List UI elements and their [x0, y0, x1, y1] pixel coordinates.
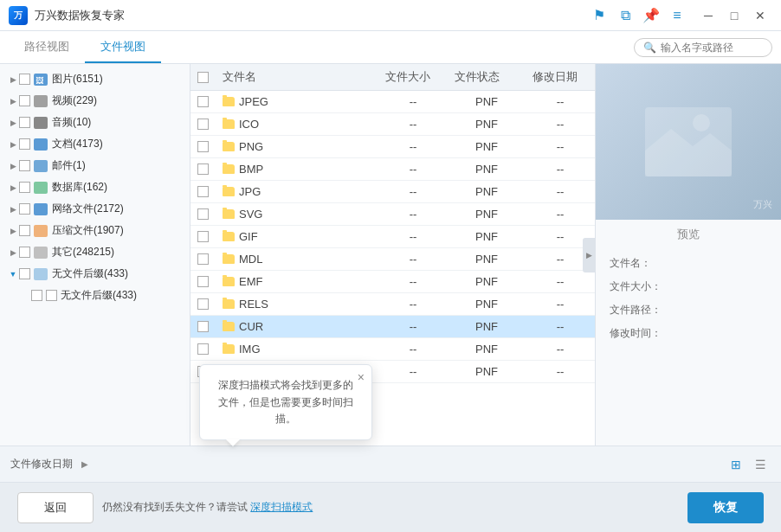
row-checkbox-1[interactable]: [197, 119, 209, 130]
row-checkbox-2[interactable]: [197, 141, 209, 152]
row-status-0: PNF: [448, 91, 526, 113]
maximize-button[interactable]: □: [722, 3, 746, 28]
sidebar-label-noext: 无文件后缀(433): [52, 266, 128, 281]
sidebar-label-image: 图片(6151): [52, 72, 103, 87]
table-row[interactable]: JPEG -- PNF --: [190, 91, 595, 113]
table-row[interactable]: RELS -- PNF --: [190, 293, 595, 316]
info-row-filesize: 文件大小：: [610, 279, 767, 294]
expand-arrow-noext: ▼: [7, 268, 19, 280]
folder-icon-7: [223, 254, 235, 264]
sidebar-item-database[interactable]: ▶ 数据库(162): [0, 176, 190, 198]
search-input[interactable]: [661, 42, 763, 54]
table-row[interactable]: IMG -- PNF --: [190, 338, 595, 361]
minimize-button[interactable]: ─: [696, 3, 720, 28]
noext-icon: [34, 268, 48, 280]
sidebar-item-mail[interactable]: ▶ 邮件(1): [0, 155, 190, 176]
svg-text:🖼: 🖼: [36, 76, 43, 85]
bookmark-icon[interactable]: ⚑: [589, 5, 610, 26]
folder-icon-3: [223, 164, 235, 174]
header-checkbox[interactable]: [197, 72, 209, 83]
row-status-4: PNF: [448, 181, 526, 203]
folder-icon-10: [223, 322, 235, 331]
row-checkbox-7[interactable]: [197, 253, 209, 265]
table-row[interactable]: JPG -- PNF --: [190, 181, 595, 203]
sidebar-item-archive[interactable]: ▶ 压缩文件(1907): [0, 220, 190, 241]
checkbox-web[interactable]: [19, 203, 30, 215]
sidebar-item-video[interactable]: ▶ 视频(229): [0, 90, 190, 112]
info-modtime-label: 修改时间：: [610, 326, 662, 341]
title-bar-icons: ⚑ ⧉ 📌 ≡: [589, 5, 687, 26]
sidebar-label-archive: 压缩文件(1907): [52, 223, 124, 238]
checkbox-subitem-noext2[interactable]: [46, 290, 57, 301]
back-button[interactable]: 返回: [17, 492, 94, 523]
row-checkbox-9[interactable]: [197, 298, 209, 310]
table-row[interactable]: BMP -- PNF --: [190, 158, 595, 181]
checkbox-image[interactable]: [19, 74, 30, 85]
app-title: 万兴数据恢复专家: [35, 8, 589, 23]
tooltip-close-button[interactable]: ×: [358, 370, 365, 384]
checkbox-subitem-noext[interactable]: [31, 290, 42, 301]
row-checkbox-5[interactable]: [197, 208, 209, 220]
checkbox-audio[interactable]: [19, 117, 30, 128]
title-bar: 万 万兴数据恢复专家 ⚑ ⧉ 📌 ≡ ─ □ ✕: [0, 0, 781, 31]
tab-file-view[interactable]: 文件视图: [85, 32, 161, 63]
checkbox-database[interactable]: [19, 182, 30, 193]
info-filepath-label: 文件路径：: [610, 303, 662, 317]
pin-icon[interactable]: 📌: [641, 5, 662, 26]
recover-button[interactable]: 恢复: [687, 492, 764, 523]
svg-rect-5: [34, 160, 48, 172]
row-checkbox-4[interactable]: [197, 186, 209, 197]
sidebar-item-audio[interactable]: ▶ 音频(10): [0, 112, 190, 133]
filter-arrow[interactable]: ▶: [81, 459, 88, 469]
preview-info: 文件名： 文件大小： 文件路径： 修改时间：: [596, 249, 781, 356]
table-row[interactable]: SVG -- PNF --: [190, 203, 595, 226]
table-row[interactable]: ICO -- PNF --: [190, 113, 595, 136]
folder-icon-4: [223, 187, 235, 196]
menu-icon[interactable]: ≡: [667, 5, 687, 26]
svg-rect-4: [34, 138, 48, 151]
close-button[interactable]: ✕: [748, 3, 772, 28]
checkbox-other[interactable]: [19, 247, 30, 258]
row-name-6: GIF: [239, 230, 258, 243]
row-size-3: --: [378, 158, 448, 181]
row-checkbox-8[interactable]: [197, 276, 209, 287]
checkbox-archive[interactable]: [19, 225, 30, 236]
preview-panel: 万兴 预览 文件名： 文件大小： 文件路径： 修改时间：: [595, 64, 781, 445]
tab-path-view[interactable]: 路径视图: [9, 32, 85, 63]
list-view-button[interactable]: ☰: [750, 454, 771, 475]
table-row[interactable]: GIF -- PNF --: [190, 226, 595, 248]
row-checkbox-6[interactable]: [197, 231, 209, 242]
folder-icon-11: [223, 344, 235, 354]
sidebar-subitem-noext[interactable]: 无文件后缀(433): [0, 285, 190, 306]
row-size-10: --: [378, 316, 448, 338]
checkbox-mail[interactable]: [19, 160, 30, 171]
sidebar-item-other[interactable]: ▶ 其它(248215): [0, 241, 190, 263]
row-checkbox-3[interactable]: [197, 163, 209, 175]
sidebar-item-document[interactable]: ▶ 文档(4173): [0, 133, 190, 155]
table-row[interactable]: PNG -- PNF --: [190, 136, 595, 158]
row-checkbox-0[interactable]: [197, 96, 209, 107]
row-status-3: PNF: [448, 158, 526, 181]
sidebar-item-web[interactable]: ▶ 网络文件(2172): [0, 198, 190, 220]
sidebar-item-image[interactable]: ▶ 🖼 图片(6151): [0, 68, 190, 90]
info-row-filepath: 文件路径：: [610, 303, 767, 317]
table-row[interactable]: MDL -- PNF --: [190, 248, 595, 271]
row-checkbox-10[interactable]: [197, 321, 209, 332]
checkbox-noext[interactable]: [19, 268, 30, 279]
row-checkbox-11[interactable]: [197, 343, 209, 355]
collapse-handle[interactable]: ▶: [583, 238, 595, 272]
table-row[interactable]: CUR -- PNF --: [190, 316, 595, 338]
preview-placeholder-svg: [636, 99, 740, 185]
expand-arrow-other: ▶: [7, 247, 19, 259]
tooltip-popup: × 深度扫描模式将会找到更多的文件，但是也需要更多时间扫描。: [199, 364, 372, 440]
copy-icon[interactable]: ⧉: [615, 5, 636, 26]
grid-view-button[interactable]: ⊞: [726, 454, 746, 475]
checkbox-video[interactable]: [19, 95, 30, 106]
table-row[interactable]: EMF -- PNF --: [190, 271, 595, 293]
header-filestatus: 文件状态: [448, 64, 526, 91]
checkbox-document[interactable]: [19, 138, 30, 150]
file-scroll[interactable]: 文件名 文件大小 文件状态 修改日期 JPEG --: [190, 64, 595, 383]
sidebar-item-noext[interactable]: ▼ 无文件后缀(433): [0, 263, 190, 285]
sidebar-sublabel-noext: 无文件后缀(433): [61, 288, 137, 303]
deep-scan-link[interactable]: 深度扫描模式: [250, 501, 313, 513]
